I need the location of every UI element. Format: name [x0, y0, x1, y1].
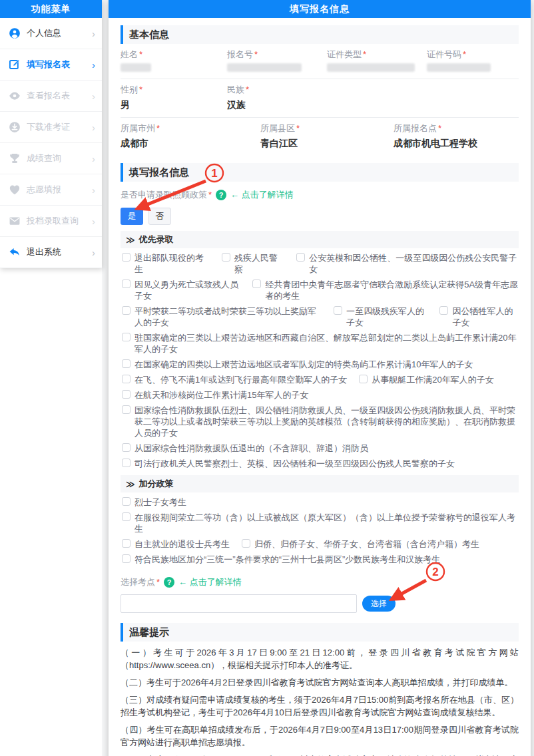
checkbox-row: 国家综合性消防救援队伍烈士、因公牺牲消防救援人员、一级至四级因公伤残消防救援人员… [121, 405, 519, 439]
checkbox-option[interactable]: 从事舰艇工作满20年军人的子女 [359, 374, 493, 385]
checkbox[interactable] [296, 253, 305, 262]
venue-select-button[interactable]: 选择 [362, 596, 396, 612]
download-icon [9, 121, 21, 133]
tips-list: （一）考生可于2026年3月17日9:00至21日12:00前，登录四川省教育考… [121, 646, 519, 756]
sidebar-item-user[interactable]: 个人信息› [0, 18, 102, 49]
policy-group-heading: ≫加分政策 [121, 475, 519, 492]
checkbox-label: 平时荣获二等功或者战时荣获三等功以上奖励军人的子女 [134, 305, 322, 328]
venue-input[interactable] [121, 594, 357, 613]
exit-icon [9, 246, 21, 258]
checkbox-option[interactable]: 因公牺牲军人的子女 [439, 305, 519, 328]
checkbox-label: 从国家综合性消防救援队伍退出的（不含辞职、辞退）消防员 [134, 443, 368, 454]
checkbox[interactable] [122, 253, 131, 262]
section-basic-info: 基本信息 [121, 25, 519, 44]
checkbox-option[interactable]: 平时荣获二等功或者战时荣获三等功以上奖励军人的子女 [122, 305, 322, 328]
field-姓名: 姓名* [121, 49, 227, 72]
checkbox-row: 司法行政机关人民警察烈士、英模、因公牺牲和一级至四级因公伤残人民警察的子女 [121, 458, 519, 469]
checkbox[interactable] [439, 306, 448, 315]
no-button[interactable]: 否 [148, 208, 171, 225]
section-form: 填写报名信息 [121, 163, 519, 182]
field-label: 所属报名点* [394, 123, 519, 133]
sidebar-item-edit[interactable]: 填写报名表› [0, 49, 102, 81]
checkbox-option[interactable]: 在飞、停飞不满1年或达到飞行最高年限空勤军人的子女 [122, 374, 347, 385]
help-question-icon[interactable]: ? [164, 577, 174, 588]
sidebar-item-label: 志愿填报 [27, 184, 92, 196]
field-label: 所属市州* [121, 123, 260, 133]
checkbox-label: 在服役期间荣立二等功（含）以上或被战区（原大军区）（含）以上单位授予荣誉称号的退… [134, 512, 519, 534]
field-label: 所属县区* [260, 123, 394, 133]
checkbox[interactable] [252, 280, 261, 288]
checkbox-row: 在航天和涉核岗位工作累计满15年军人的子女 [121, 389, 519, 401]
field-label: 报名号* [227, 49, 327, 59]
checkbox-label: 烈士子女考生 [134, 496, 186, 508]
redacted-value [227, 63, 302, 72]
checkbox[interactable] [122, 390, 131, 399]
checkbox-row: 因见义勇为死亡或致残人员子女经共青团中央青年志愿者守信联合激励系统认定获得5A级… [121, 279, 519, 301]
chevron-right-icon: › [92, 154, 95, 164]
checkbox[interactable] [122, 306, 131, 315]
field-value: 成都市机电工程学校 [394, 137, 519, 149]
checkbox-option[interactable]: 驻国家确定的三类以上艰苦边远地区和西藏自治区、解放军总部划定的二类以上岛屿工作累… [122, 332, 519, 355]
checkbox-option[interactable]: 烈士子女考生 [122, 496, 186, 508]
checkbox-option[interactable]: 因见义勇为死亡或致残人员子女 [122, 279, 240, 301]
venue-help-link[interactable]: ← 点击了解详情 [178, 576, 242, 588]
sidebar-item-exit[interactable]: 退出系统› [0, 237, 102, 268]
checkbox-option[interactable]: 在服役期间荣立二等功（含）以上或被战区（原大军区）（含）以上单位授予荣誉称号的退… [122, 512, 519, 534]
checkbox-option[interactable]: 在国家确定的四类以上艰苦边远地区或者军队划定的特类岛屿工作累计满10年军人的子女 [122, 359, 473, 370]
checkbox-option[interactable]: 公安英模和因公牺牲、一级至四级因公伤残公安民警子女 [296, 252, 519, 275]
yes-button[interactable]: 是 [121, 208, 143, 225]
tip-paragraph: （五）考生可在2026年4月15日17:00后登录四川省教育考试院官方网站查询本… [121, 753, 519, 756]
field-value: 青白江区 [260, 137, 394, 149]
checkbox-option[interactable]: 国家综合性消防救援队伍烈士、因公牺牲消防救援人员、一级至四级因公伤残消防救援人员… [122, 405, 519, 439]
sidebar-item-heart: 志愿填报› [0, 174, 102, 206]
venue-select-row: 选择 2 [121, 594, 519, 614]
help-question-icon[interactable]: ? [216, 190, 226, 200]
checkbox[interactable] [122, 405, 131, 414]
checkbox[interactable] [122, 333, 131, 341]
section-tips: 温馨提示 [121, 623, 519, 642]
checkbox-option[interactable]: 在航天和涉核岗位工作累计满15年军人的子女 [122, 389, 308, 401]
checkbox[interactable] [122, 375, 131, 383]
checkbox[interactable] [122, 459, 131, 467]
sidebar-item-trophy: 成绩查询› [0, 143, 102, 174]
checkbox[interactable] [359, 375, 368, 383]
eye-icon [9, 90, 21, 102]
checkbox[interactable] [222, 253, 230, 262]
field-label: 民族* [227, 85, 519, 94]
checkbox[interactable] [334, 306, 342, 315]
checkbox[interactable] [122, 359, 131, 368]
checkbox-row: 自主就业的退役士兵考生归侨、归侨子女、华侨子女、台湾省籍（含台湾户籍）考生 [121, 538, 519, 550]
checkbox-option[interactable]: 经共青团中央青年志愿者守信联合激励系统认定获得5A级青年志愿者的考生 [252, 279, 519, 301]
checkbox[interactable] [122, 554, 131, 563]
policy-help-link[interactable]: ← 点击了解详情 [230, 189, 294, 201]
checkbox-option[interactable]: 一至四级残疾军人的子女 [334, 305, 427, 328]
redacted-value [427, 63, 491, 72]
chevron-right-icon: › [92, 248, 95, 258]
checkbox-option[interactable]: 司法行政机关人民警察烈士、英模、因公牺牲和一级至四级因公伤残人民警察的子女 [122, 458, 455, 469]
checkbox-option[interactable]: 残疾人民警察 [222, 252, 284, 275]
basic-info-row-3: 所属市州*成都市所属县区*青白江区所属报名点*成都市机电工程学校 [121, 118, 519, 156]
checkbox[interactable] [122, 280, 131, 288]
checkbox-option[interactable]: 自主就业的退役士兵考生 [122, 538, 230, 550]
checkbox[interactable] [242, 539, 250, 548]
field-label: 姓名* [121, 49, 227, 59]
checkbox[interactable] [122, 512, 131, 521]
checkbox-option[interactable]: 退出部队现役的考生 [122, 252, 210, 275]
checkbox[interactable] [122, 497, 131, 506]
sidebar-item-label: 成绩查询 [27, 152, 92, 164]
chevron-right-icon: › [92, 29, 95, 39]
checkbox-row: 符合民族地区加分“三统一”条件要求的“三州十七县两区”少数民族考生和汉族考生 [121, 554, 519, 565]
sidebar-title: 功能菜单 [0, 0, 102, 18]
checkbox-option[interactable]: 归侨、归侨子女、华侨子女、台湾省籍（含台湾户籍）考生 [242, 538, 479, 550]
checkbox-row: 在飞、停飞不满1年或达到飞行最高年限空勤军人的子女从事舰艇工作满20年军人的子女 [121, 374, 519, 385]
checkbox-option[interactable]: 符合民族地区加分“三统一”条件要求的“三州十七县两区”少数民族考生和汉族考生 [122, 554, 440, 565]
checkbox[interactable] [122, 443, 131, 452]
field-报名号: 报名号* [227, 49, 327, 72]
chevron-right-icon: › [92, 185, 95, 195]
checkbox-option[interactable]: 从国家综合性消防救援队伍退出的（不含辞职、辞退）消防员 [122, 443, 368, 454]
trophy-icon [9, 152, 21, 164]
checkbox-row: 从国家综合性消防救援队伍退出的（不含辞职、辞退）消防员 [121, 443, 519, 454]
checkbox[interactable] [122, 539, 131, 548]
tip-paragraph: （二）考生可于2026年4月2日登录四川省教育考试院官方网站查询本人高职单招成绩… [121, 676, 519, 689]
redacted-value [327, 63, 415, 72]
